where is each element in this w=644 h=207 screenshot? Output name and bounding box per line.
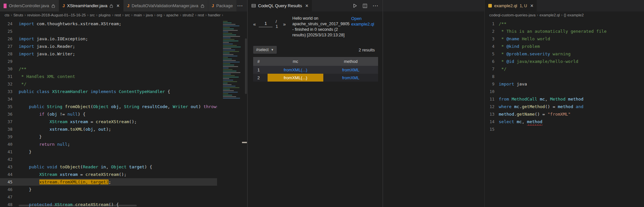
line-number: 32: [0, 80, 19, 88]
summary-line: apache_struts_cve_2017_9805: [292, 21, 351, 27]
last-page-icon[interactable]: »: [283, 21, 286, 27]
tab-CodeQL Query Results[interactable]: CodeQL Query Results×: [248, 0, 312, 11]
line-number: 26: [0, 35, 19, 43]
results-editor-actions: ⋯: [352, 0, 383, 11]
tab-example2.ql[interactable]: example2.ql1, U×: [485, 0, 537, 11]
line-number: 47: [0, 193, 19, 201]
tab-label: DefaultOValValidationManager.java: [131, 3, 198, 8]
results-editor-group: CodeQL Query Results× ⋯ « 1 / 1 » Hello …: [248, 0, 383, 207]
line-number: 34: [0, 95, 19, 103]
line-number: 28: [0, 50, 19, 58]
split-editor-icon[interactable]: [363, 4, 367, 8]
code-line: 14select mc, method: [485, 118, 644, 125]
result-method-cell[interactable]: fromXML: [323, 74, 378, 82]
java-file-icon: J: [212, 4, 214, 8]
column-header: mc: [268, 57, 323, 66]
code-line: 39 }: [0, 133, 217, 141]
line-text: * @id java/example/hello-world: [499, 58, 644, 65]
query-summary: Hello world onapache_struts_cve_2017_980…: [292, 16, 351, 38]
line-number: 42: [0, 156, 19, 163]
line-text: XStream xstream = createXStream();: [19, 171, 217, 178]
result-method-cell[interactable]: fromXML: [323, 66, 378, 74]
breadcrumb-item[interactable]: Struts: [13, 13, 23, 17]
code-line: 2 * This is an automatically generated f…: [485, 28, 644, 35]
result-link[interactable]: fromXML(...): [284, 75, 307, 80]
code-line: 27import java.io.Reader;: [0, 43, 217, 50]
line-number: 9: [485, 80, 499, 88]
java-file-icon: J: [63, 4, 65, 8]
horizontal-scrollbar[interactable]: [19, 205, 137, 206]
column-header: #: [253, 57, 268, 66]
breadcrumb-separator: ›: [561, 13, 562, 17]
line-number: 7: [485, 65, 499, 73]
left-editor-actions: ⋯: [237, 0, 247, 11]
breadcrumb-item[interactable]: src: [90, 13, 95, 17]
line-number: 33: [0, 88, 19, 95]
line-text: }: [19, 186, 217, 193]
line-text: }: [19, 133, 217, 141]
ql-tab-bar: example2.ql1, U×: [485, 0, 644, 11]
breadcrumb-item[interactable]: java: [146, 13, 153, 17]
select-dropdown[interactable]: #select ▼: [253, 46, 277, 54]
result-mc-cell[interactable]: fromXML(...): [268, 66, 323, 74]
results-table-icon: [252, 4, 256, 8]
breadcrumb-separator: ›: [25, 13, 26, 17]
more-actions-icon[interactable]: ⋯: [372, 3, 378, 9]
code-line: 45 xstream.fromXML(in, target);: [0, 178, 217, 186]
breadcrumb-item[interactable]: codeql-custom-queries-java: [489, 13, 535, 17]
code-line: 3 * @name Hello world: [485, 35, 644, 43]
run-query-icon[interactable]: [352, 3, 357, 8]
code-line: 40 return null;: [0, 141, 217, 148]
code-line: 34: [0, 95, 217, 103]
result-row[interactable]: 1fromXML(...)fromXML: [253, 66, 378, 74]
breadcrumb-separator: ›: [131, 13, 132, 17]
breadcrumb-item[interactable]: apache: [166, 13, 179, 17]
line-text: import com.thoughtworks.xstream.XStream;: [19, 20, 217, 28]
result-row[interactable]: 2fromXML(...)fromXML: [253, 74, 378, 82]
line-number: 5: [485, 50, 499, 58]
breadcrumb-item[interactable]: main: [134, 13, 142, 17]
breadcrumb-item[interactable]: revision-2018-August-01--15-16-25: [27, 13, 86, 17]
breadcrumb-item[interactable]: src: [125, 13, 130, 17]
java-code-editor[interactable]: 24import com.thoughtworks.xstream.XStrea…: [0, 19, 247, 207]
code-line: 9import java: [485, 80, 644, 88]
minimap[interactable]: [222, 20, 244, 203]
line-number: 35: [0, 103, 19, 110]
breadcrumb-item[interactable]: org: [157, 13, 162, 17]
close-icon[interactable]: ×: [305, 3, 308, 9]
lock-icon: [201, 4, 204, 8]
more-actions-icon[interactable]: ⋯: [237, 3, 243, 9]
tab-Package[interactable]: JPackage: [208, 0, 237, 11]
open-query-link[interactable]: Open example2.ql: [351, 16, 377, 27]
line-text: /**: [499, 20, 644, 28]
result-link[interactable]: fromXML: [342, 75, 359, 80]
ql-code-editor[interactable]: 1/**2 * This is an automatically generat…: [485, 19, 644, 207]
line-number: 13: [485, 110, 499, 118]
line-number: 30: [0, 65, 19, 73]
breadcrumb-item[interactable]: example2.ql: [539, 13, 560, 17]
page-input[interactable]: 1: [259, 21, 272, 27]
result-link[interactable]: fromXML(...): [284, 67, 307, 72]
vertical-scrollbar[interactable]: [245, 38, 247, 94]
close-icon[interactable]: ×: [116, 3, 119, 9]
line-text: import java.io.Reader;: [19, 43, 217, 50]
close-icon[interactable]: ×: [530, 3, 533, 9]
breadcrumb-item[interactable]: plugins: [99, 13, 111, 17]
breadcrumb-item[interactable]: cts: [5, 13, 10, 17]
line-text: */: [499, 65, 644, 73]
first-page-icon[interactable]: «: [253, 21, 256, 27]
left-editor-group: OrdersController.javaJXStreamHandler.jav…: [0, 0, 248, 207]
tab-XStreamHandler.java[interactable]: JXStreamHandler.java×: [59, 0, 124, 11]
tab-DefaultOValValidationManager.java[interactable]: JDefaultOValValidationManager.java: [124, 0, 208, 11]
breadcrumb-item[interactable]: rest: [198, 13, 204, 17]
line-text: xstream.toXML(obj, out);: [19, 125, 217, 133]
lock-icon: [51, 4, 55, 8]
breadcrumb-item[interactable]: rest: [115, 13, 121, 17]
breadcrumb-item[interactable]: struts2: [182, 13, 194, 17]
line-text: }: [19, 148, 217, 156]
result-mc-cell[interactable]: fromXML(...): [268, 74, 323, 82]
breadcrumb-item[interactable]: handler: [208, 13, 220, 17]
breadcrumb-item[interactable]: {} example2: [564, 13, 584, 17]
result-link[interactable]: fromXML: [342, 67, 359, 72]
tab-OrdersController.java[interactable]: OrdersController.java: [0, 0, 59, 11]
